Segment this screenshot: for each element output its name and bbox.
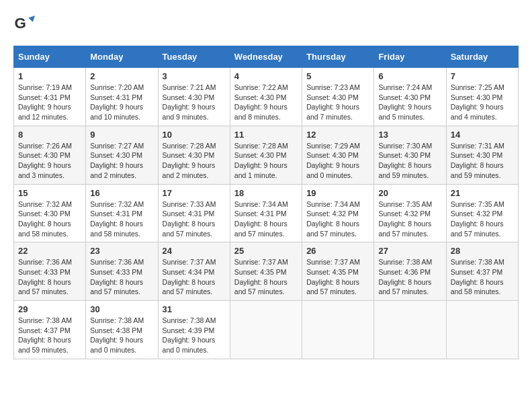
calendar-cell: 1 Sunrise: 7:19 AMSunset: 4:31 PMDayligh… — [14, 68, 86, 126]
day-number: 16 — [90, 188, 153, 198]
calendar-cell: 5 Sunrise: 7:23 AMSunset: 4:30 PMDayligh… — [302, 68, 374, 126]
day-info: Sunrise: 7:31 AMSunset: 4:30 PMDaylight:… — [451, 142, 504, 179]
day-number: 23 — [90, 246, 153, 256]
day-info: Sunrise: 7:34 AMSunset: 4:31 PMDaylight:… — [234, 200, 288, 238]
calendar-cell: 22 Sunrise: 7:36 AMSunset: 4:33 PMDaylig… — [14, 242, 86, 301]
day-number: 21 — [451, 188, 514, 198]
day-info: Sunrise: 7:34 AMSunset: 4:32 PMDaylight:… — [306, 200, 360, 238]
day-number: 11 — [234, 130, 298, 140]
day-number: 19 — [306, 188, 369, 198]
calendar-cell: 16 Sunrise: 7:32 AMSunset: 4:31 PMDaylig… — [86, 184, 158, 242]
calendar-cell: 15 Sunrise: 7:32 AMSunset: 4:30 PMDaylig… — [14, 184, 86, 242]
day-info: Sunrise: 7:37 AMSunset: 4:35 PMDaylight:… — [234, 258, 288, 295]
day-number: 2 — [90, 71, 153, 81]
day-number: 7 — [451, 71, 514, 81]
calendar-cell: 21 Sunrise: 7:35 AMSunset: 4:32 PMDaylig… — [446, 184, 518, 242]
day-number: 8 — [18, 130, 81, 140]
day-info: Sunrise: 7:23 AMSunset: 4:30 PMDaylight:… — [306, 83, 360, 121]
day-info: Sunrise: 7:27 AMSunset: 4:30 PMDaylight:… — [90, 142, 144, 179]
calendar-week-row: 8 Sunrise: 7:26 AMSunset: 4:30 PMDayligh… — [14, 126, 519, 184]
day-number: 18 — [234, 188, 298, 198]
day-info: Sunrise: 7:28 AMSunset: 4:30 PMDaylight:… — [163, 142, 216, 179]
day-number: 24 — [163, 246, 226, 256]
calendar-cell: 19 Sunrise: 7:34 AMSunset: 4:32 PMDaylig… — [302, 184, 374, 242]
calendar-cell: 3 Sunrise: 7:21 AMSunset: 4:30 PMDayligh… — [158, 68, 230, 126]
calendar-cell — [446, 301, 518, 359]
calendar-cell: 8 Sunrise: 7:26 AMSunset: 4:30 PMDayligh… — [14, 126, 86, 184]
day-number: 30 — [90, 304, 153, 314]
calendar-cell: 18 Sunrise: 7:34 AMSunset: 4:31 PMDaylig… — [230, 184, 302, 242]
day-number: 3 — [163, 71, 226, 81]
calendar-cell: 10 Sunrise: 7:28 AMSunset: 4:30 PMDaylig… — [158, 126, 230, 184]
day-number: 26 — [306, 246, 369, 256]
day-info: Sunrise: 7:36 AMSunset: 4:33 PMDaylight:… — [90, 258, 144, 295]
day-info: Sunrise: 7:36 AMSunset: 4:33 PMDaylight:… — [18, 258, 72, 295]
calendar-week-row: 22 Sunrise: 7:36 AMSunset: 4:33 PMDaylig… — [14, 242, 519, 301]
calendar-cell: 27 Sunrise: 7:38 AMSunset: 4:36 PMDaylig… — [374, 242, 446, 301]
calendar-cell: 31 Sunrise: 7:38 AMSunset: 4:39 PMDaylig… — [158, 301, 230, 359]
logo-icon: G — [13, 13, 35, 35]
day-info: Sunrise: 7:32 AMSunset: 4:31 PMDaylight:… — [90, 200, 144, 238]
day-info: Sunrise: 7:38 AMSunset: 4:37 PMDaylight:… — [18, 316, 72, 354]
day-info: Sunrise: 7:24 AMSunset: 4:30 PMDaylight:… — [378, 83, 432, 121]
day-info: Sunrise: 7:25 AMSunset: 4:30 PMDaylight:… — [451, 83, 504, 121]
day-info: Sunrise: 7:21 AMSunset: 4:30 PMDaylight:… — [163, 83, 216, 121]
calendar-cell: 28 Sunrise: 7:38 AMSunset: 4:37 PMDaylig… — [446, 242, 518, 301]
day-number: 22 — [18, 246, 81, 256]
calendar-cell: 24 Sunrise: 7:37 AMSunset: 4:34 PMDaylig… — [158, 242, 230, 301]
day-info: Sunrise: 7:29 AMSunset: 4:30 PMDaylight:… — [306, 142, 360, 179]
day-number: 13 — [378, 130, 441, 140]
day-number: 10 — [163, 130, 226, 140]
calendar-cell: 7 Sunrise: 7:25 AMSunset: 4:30 PMDayligh… — [446, 68, 518, 126]
header-thursday: Thursday — [302, 46, 374, 68]
day-info: Sunrise: 7:35 AMSunset: 4:32 PMDaylight:… — [451, 200, 504, 238]
calendar-cell — [374, 301, 446, 359]
day-info: Sunrise: 7:30 AMSunset: 4:30 PMDaylight:… — [378, 142, 432, 179]
day-info: Sunrise: 7:38 AMSunset: 4:38 PMDaylight:… — [90, 316, 144, 354]
calendar-cell: 29 Sunrise: 7:38 AMSunset: 4:37 PMDaylig… — [14, 301, 86, 359]
day-info: Sunrise: 7:35 AMSunset: 4:32 PMDaylight:… — [378, 200, 432, 238]
day-number: 12 — [306, 130, 369, 140]
calendar-cell: 30 Sunrise: 7:38 AMSunset: 4:38 PMDaylig… — [86, 301, 158, 359]
day-number: 6 — [378, 71, 441, 81]
calendar-cell: 4 Sunrise: 7:22 AMSunset: 4:30 PMDayligh… — [230, 68, 302, 126]
day-info: Sunrise: 7:38 AMSunset: 4:36 PMDaylight:… — [378, 258, 432, 295]
calendar-cell: 25 Sunrise: 7:37 AMSunset: 4:35 PMDaylig… — [230, 242, 302, 301]
day-number: 5 — [306, 71, 369, 81]
day-info: Sunrise: 7:19 AMSunset: 4:31 PMDaylight:… — [18, 83, 72, 121]
calendar-cell: 13 Sunrise: 7:30 AMSunset: 4:30 PMDaylig… — [374, 126, 446, 184]
day-number: 28 — [451, 246, 514, 256]
header-sunday: Sunday — [14, 46, 86, 68]
day-number: 31 — [163, 304, 226, 314]
calendar: SundayMondayTuesdayWednesdayThursdayFrid… — [13, 46, 519, 359]
day-info: Sunrise: 7:38 AMSunset: 4:37 PMDaylight:… — [451, 258, 504, 295]
header-wednesday: Wednesday — [230, 46, 302, 68]
day-number: 25 — [234, 246, 298, 256]
day-info: Sunrise: 7:38 AMSunset: 4:39 PMDaylight:… — [163, 316, 216, 354]
day-number: 27 — [378, 246, 441, 256]
day-number: 4 — [234, 71, 298, 81]
day-info: Sunrise: 7:33 AMSunset: 4:31 PMDaylight:… — [163, 200, 216, 238]
calendar-week-row: 1 Sunrise: 7:19 AMSunset: 4:31 PMDayligh… — [14, 68, 519, 126]
calendar-cell: 26 Sunrise: 7:37 AMSunset: 4:35 PMDaylig… — [302, 242, 374, 301]
day-number: 20 — [378, 188, 441, 198]
day-info: Sunrise: 7:37 AMSunset: 4:35 PMDaylight:… — [306, 258, 360, 295]
header-saturday: Saturday — [446, 46, 518, 68]
header-monday: Monday — [86, 46, 158, 68]
day-info: Sunrise: 7:26 AMSunset: 4:30 PMDaylight:… — [18, 142, 72, 179]
day-info: Sunrise: 7:32 AMSunset: 4:30 PMDaylight:… — [18, 200, 72, 238]
calendar-cell: 6 Sunrise: 7:24 AMSunset: 4:30 PMDayligh… — [374, 68, 446, 126]
day-number: 9 — [90, 130, 153, 140]
header-tuesday: Tuesday — [158, 46, 230, 68]
calendar-cell: 12 Sunrise: 7:29 AMSunset: 4:30 PMDaylig… — [302, 126, 374, 184]
day-number: 15 — [18, 188, 81, 198]
calendar-week-row: 15 Sunrise: 7:32 AMSunset: 4:30 PMDaylig… — [14, 184, 519, 242]
logo: G — [13, 13, 38, 35]
calendar-cell: 23 Sunrise: 7:36 AMSunset: 4:33 PMDaylig… — [86, 242, 158, 301]
calendar-header-row: SundayMondayTuesdayWednesdayThursdayFrid… — [14, 46, 519, 68]
svg-marker-1 — [28, 15, 35, 22]
day-number: 1 — [18, 71, 81, 81]
day-number: 17 — [163, 188, 226, 198]
day-info: Sunrise: 7:37 AMSunset: 4:34 PMDaylight:… — [163, 258, 216, 295]
calendar-cell: 2 Sunrise: 7:20 AMSunset: 4:31 PMDayligh… — [86, 68, 158, 126]
